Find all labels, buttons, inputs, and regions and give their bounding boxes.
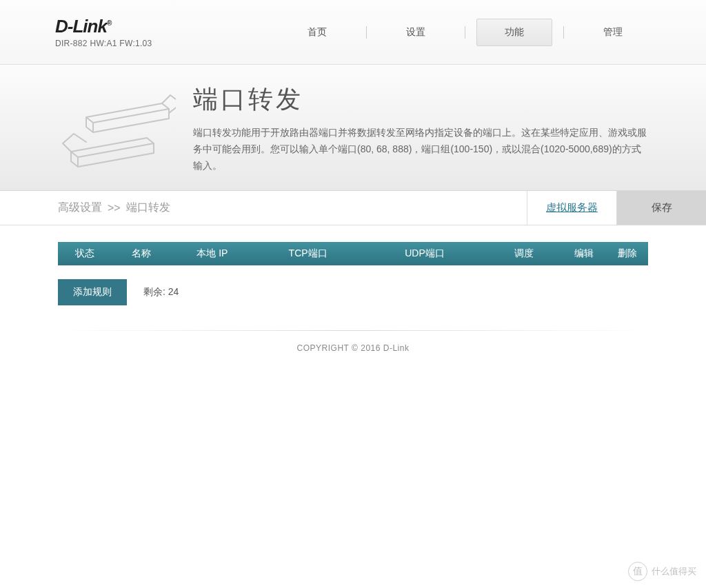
watermark-badge-icon: 值: [628, 562, 647, 581]
col-edit: 编辑: [561, 247, 607, 260]
nav-home[interactable]: 首页: [279, 19, 355, 45]
nav-separator: [563, 26, 564, 39]
port-forward-icon: [55, 79, 179, 189]
nav-admin[interactable]: 管理: [575, 19, 651, 45]
page-title: 端口转发: [193, 83, 648, 116]
brand-logo: D-Link®: [55, 16, 152, 37]
col-name: 名称: [111, 247, 171, 260]
remaining-count: 剩余: 24: [143, 286, 179, 298]
breadcrumb: 高级设置 >> 端口转发: [0, 191, 527, 225]
col-status: 状态: [58, 247, 111, 260]
footer-divider: [58, 330, 648, 331]
col-udp-port: UDP端口: [363, 247, 487, 260]
page-description: 端口转发功能用于开放路由器端口并将数据转发至网络内指定设备的端口上。这在某些特定…: [193, 125, 648, 174]
table-header: 状态 名称 本地 IP TCP端口 UDP端口 调度 编辑 删除: [58, 242, 648, 265]
breadcrumb-root[interactable]: 高级设置: [58, 201, 102, 215]
nav-features[interactable]: 功能: [476, 19, 552, 46]
save-button[interactable]: 保存: [616, 191, 706, 225]
watermark-text: 什么值得买: [652, 565, 696, 578]
nav-settings[interactable]: 设置: [378, 19, 454, 45]
col-tcp-port: TCP端口: [253, 247, 363, 260]
add-rule-button[interactable]: 添加规则: [58, 279, 127, 305]
main-nav: 首页 设置 功能 管理: [279, 19, 651, 46]
nav-separator: [465, 26, 465, 39]
breadcrumb-current: 端口转发: [126, 201, 170, 215]
breadcrumb-separator: >>: [108, 202, 121, 214]
copyright-text: COPYRIGHT © 2016 D-Link: [0, 343, 706, 353]
model-info: DIR-882 HW:A1 FW:1.03: [55, 39, 152, 48]
col-schedule: 调度: [487, 247, 561, 260]
col-delete: 删除: [607, 247, 648, 260]
tab-virtual-server[interactable]: 虚拟服务器: [527, 191, 616, 225]
watermark: 值 什么值得买: [628, 562, 696, 581]
col-local-ip: 本地 IP: [171, 247, 253, 260]
nav-separator: [366, 26, 367, 39]
